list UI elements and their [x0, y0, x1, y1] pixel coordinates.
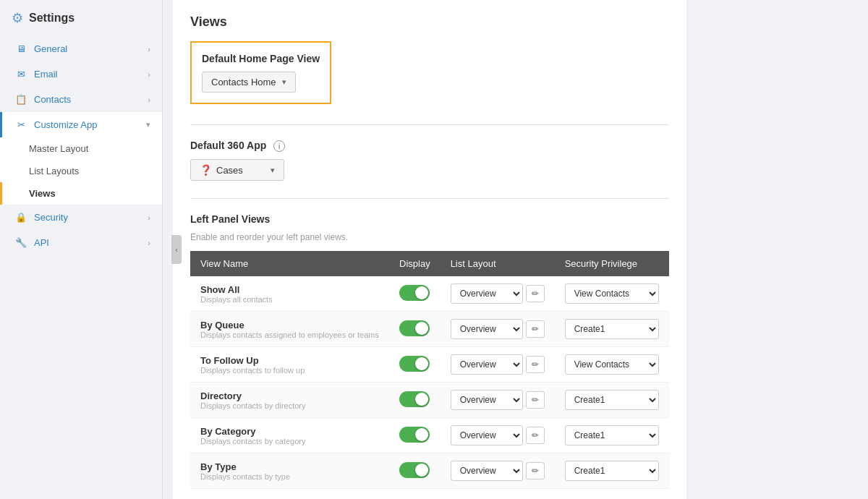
list-layout-wrapper: Overview ✏ — [451, 283, 545, 304]
toggle-thumb — [415, 322, 428, 335]
sidebar-label-general: General — [34, 43, 67, 54]
list-layout-wrapper: Overview ✏ — [451, 390, 545, 410]
default-home-page-label: Default Home Page View — [202, 53, 320, 64]
info-icon[interactable]: i — [273, 140, 285, 152]
default-home-page-box: Default Home Page View Contacts Home ▾ — [190, 41, 331, 104]
view-name-main: Show All — [200, 284, 379, 295]
chevron-email: › — [148, 70, 150, 79]
list-layout-cell: Overview ✏ — [441, 312, 555, 347]
contacts-home-value: Contacts Home — [211, 77, 276, 88]
view-name-main: Directory — [200, 391, 379, 401]
chevron-contacts: › — [148, 95, 150, 104]
toggle-track — [399, 285, 430, 301]
contacts-home-dropdown[interactable]: Contacts Home ▾ — [202, 72, 296, 93]
display-cell — [389, 418, 441, 453]
display-toggle[interactable] — [399, 356, 430, 372]
edit-layout-btn[interactable]: ✏ — [526, 462, 545, 479]
sidebar-item-general[interactable]: 🖥 General › — [0, 36, 162, 61]
left-panel-label: Left Panel Views — [190, 213, 669, 225]
chevron-security: › — [148, 213, 150, 222]
security-cell: Create1 — [555, 453, 669, 489]
list-layout-select[interactable]: Overview — [451, 283, 523, 304]
sidebar-label-email: Email — [34, 69, 58, 80]
display-toggle[interactable] — [399, 462, 430, 478]
list-layout-cell: Overview ✏ — [441, 418, 555, 453]
table-row: To Follow UpDisplays contacts to follow … — [190, 347, 669, 383]
toggle-track — [399, 427, 430, 443]
sidebar-nav: 🖥 General › ✉ Email › 📋 Contacts › ✂ Cus… — [0, 36, 162, 255]
view-name-sub: Displays contacts by directory — [200, 401, 379, 410]
security-select[interactable]: Create1 — [565, 461, 659, 481]
list-layout-select[interactable]: Overview — [451, 425, 523, 445]
table-row: DirectoryDisplays contacts by directory … — [190, 383, 669, 418]
sidebar-label-customize: Customize App — [34, 119, 97, 130]
view-name-cell: DirectoryDisplays contacts by directory — [190, 383, 389, 418]
list-layout-cell: Overview ✏ — [441, 276, 555, 312]
sidebar-collapse-handle[interactable]: ‹ — [171, 235, 182, 264]
toggle-track — [399, 356, 430, 372]
submenu-list-layouts[interactable]: List Layouts — [0, 160, 162, 182]
submenu-views[interactable]: Views — [0, 182, 162, 205]
table-header-row: View Name Display List Layout Security P… — [190, 251, 669, 276]
page-title: Views — [190, 14, 669, 30]
security-select[interactable]: Create1 — [565, 390, 659, 410]
main-content: Views Default Home Page View Contacts Ho… — [173, 0, 686, 499]
edit-layout-btn[interactable]: ✏ — [526, 427, 545, 444]
display-toggle[interactable] — [399, 285, 430, 301]
display-cell — [389, 276, 441, 312]
sidebar-item-security[interactable]: 🔒 Security › — [0, 205, 162, 230]
views-table: View Name Display List Layout Security P… — [190, 251, 669, 489]
col-list-layout: List Layout — [441, 251, 555, 276]
list-layout-select[interactable]: Overview — [451, 319, 523, 339]
security-cell: View Contacts — [555, 276, 669, 312]
edit-layout-btn[interactable]: ✏ — [526, 320, 545, 338]
sidebar-item-customize-app[interactable]: ✂ Customize App ▾ — [0, 112, 162, 137]
view-name-main: By Type — [200, 461, 379, 472]
list-layout-wrapper: Overview ✏ — [451, 425, 545, 445]
security-cell: View Contacts — [555, 347, 669, 383]
table-row: By QueueDisplays contacts assigned to em… — [190, 312, 669, 347]
view-name-sub: Displays contacts by category — [200, 437, 379, 445]
sidebar-item-contacts[interactable]: 📋 Contacts › — [0, 87, 162, 112]
display-toggle[interactable] — [399, 320, 430, 336]
left-panel-desc: Enable and reorder your left panel views… — [190, 232, 669, 242]
security-select[interactable]: View Contacts — [565, 283, 659, 304]
toggle-thumb — [415, 428, 428, 441]
view-name-sub: Displays all contacts — [200, 295, 379, 304]
toggle-thumb — [415, 357, 428, 370]
view-name-main: By Category — [200, 426, 379, 437]
view-name-main: By Queue — [200, 320, 379, 330]
divider-1 — [190, 124, 669, 125]
list-layout-wrapper: Overview ✏ — [451, 319, 545, 339]
toggle-track — [399, 320, 430, 336]
security-select[interactable]: Create1 — [565, 425, 659, 445]
sidebar-item-email[interactable]: ✉ Email › — [0, 61, 162, 87]
display-toggle[interactable] — [399, 427, 430, 443]
edit-layout-btn[interactable]: ✏ — [526, 391, 545, 409]
sidebar-item-api[interactable]: 🔧 API › — [0, 230, 162, 255]
list-layout-select[interactable]: Overview — [451, 390, 523, 410]
list-layout-cell: Overview ✏ — [441, 347, 555, 383]
submenu-master-layout[interactable]: Master Layout — [0, 137, 162, 160]
api-icon: 🔧 — [14, 237, 28, 248]
divider-2 — [190, 198, 669, 199]
display-cell — [389, 312, 441, 347]
security-cell: Create1 — [555, 312, 669, 347]
list-layout-cell: Overview ✏ — [441, 453, 555, 489]
col-display: Display — [389, 251, 441, 276]
security-select[interactable]: View Contacts — [565, 354, 659, 375]
cases-icon: ❓ — [200, 164, 212, 176]
cases-dropdown[interactable]: ❓ Cases ▾ — [190, 159, 284, 181]
default-home-page-section: Default Home Page View Contacts Home ▾ — [190, 41, 669, 107]
customize-submenu: Master Layout List Layouts Views — [0, 137, 162, 205]
view-name-cell: By CategoryDisplays contacts by category — [190, 418, 389, 453]
security-select[interactable]: Create1 — [565, 319, 659, 339]
list-layout-select[interactable]: Overview — [451, 461, 523, 481]
display-cell — [389, 383, 441, 418]
edit-layout-btn[interactable]: ✏ — [526, 356, 545, 373]
display-toggle[interactable] — [399, 391, 430, 407]
list-layout-select[interactable]: Overview — [451, 354, 523, 375]
edit-layout-btn[interactable]: ✏ — [526, 285, 545, 302]
settings-title: Settings — [29, 12, 75, 25]
display-cell — [389, 347, 441, 383]
